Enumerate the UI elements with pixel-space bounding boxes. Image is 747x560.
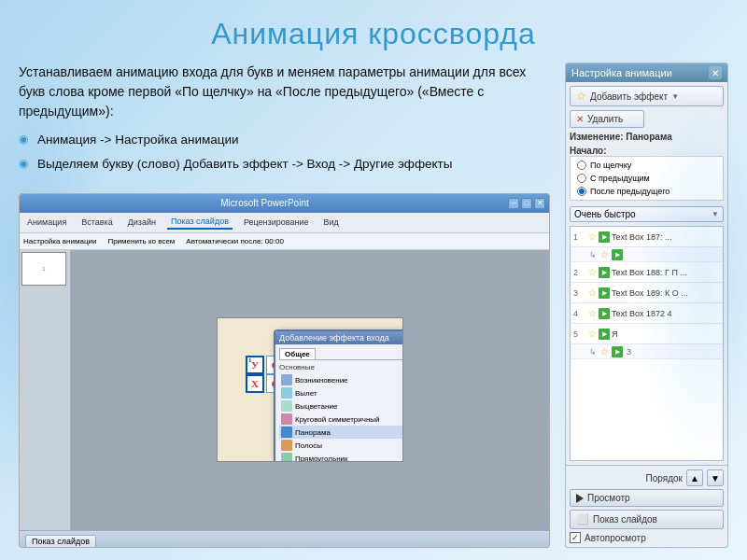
anim-item-icons-1: ☆ ▶ — [586, 231, 610, 243]
anim-footer: Порядок ▲ ▼ Просмотр ⬜ Показ слайдов ✓ А… — [566, 465, 727, 547]
anim-item-num-3: 3 — [573, 288, 585, 298]
dialog-item-text-1: Возникновение — [295, 376, 348, 385]
dialog-item-icon-5 — [281, 427, 292, 438]
anim-slides-icon: ⬜ — [576, 513, 589, 525]
anim-star-1: ☆ — [586, 231, 598, 243]
ppt-maximize-btn[interactable]: □ — [521, 198, 532, 209]
anim-panel-title: Настройка анимации — [571, 67, 672, 78]
bullet-list: Анимация -> Настройка анимации Выделяем … — [19, 131, 550, 180]
dialog-item-text-7: Прямоугольник — [295, 455, 348, 463]
ppt-tab-design[interactable]: Дизайн — [124, 216, 160, 229]
anim-order-down-btn[interactable]: ▼ — [707, 469, 724, 486]
anim-play-btn[interactable]: Просмотр — [570, 489, 724, 507]
ppt-minimize-btn[interactable]: ─ — [508, 198, 519, 209]
anim-autopreview-row: ✓ Автопросмотр — [570, 532, 724, 543]
ppt-toolbar-auto: Автоматически после: 00:00 — [186, 237, 284, 245]
anim-add-arrow-icon: ▼ — [671, 92, 679, 101]
ppt-titlebar: Microsoft PowerPoint ─ □ ✕ — [20, 194, 549, 213]
anim-item-icons-4: ☆ ▶ — [586, 308, 610, 319]
anim-star-3: ☆ — [586, 287, 598, 299]
bullet-item-1: Анимация -> Настройка анимации — [19, 131, 550, 149]
anim-item-num-4: 4 — [573, 309, 585, 318]
ppt-tab-view[interactable]: Вид — [319, 216, 342, 229]
anim-sub-star-2: ☆ — [599, 346, 610, 357]
anim-sub-green-1: ▶ — [612, 249, 623, 260]
anim-play-icon — [576, 494, 584, 503]
anim-slides-btn[interactable]: ⬜ Показ слайдов — [570, 510, 724, 529]
dialog-item-strips[interactable]: Полосы — [279, 439, 403, 452]
page-title: Анимация кроссворда — [0, 0, 747, 63]
ppt-tab-animation[interactable]: Анимация — [23, 216, 70, 229]
anim-item-num-5: 5 — [573, 329, 585, 339]
ppt-title-text: Microsoft PowerPoint — [23, 198, 506, 208]
anim-start-with-label: С предыдущим — [590, 174, 650, 183]
anim-item-icons-2: ☆ ▶ — [586, 267, 610, 278]
anim-item-text-5: Я — [612, 329, 618, 339]
anim-item-num-1: 1 — [573, 232, 585, 242]
dialog-item-text-3: Выцветание — [295, 402, 337, 411]
anim-panel-titlebar: Настройка анимации ✕ — [566, 63, 727, 82]
dialog-item-appear[interactable]: Возникновение — [279, 373, 403, 386]
ppt-slide-thumb-1[interactable]: 1 — [21, 252, 66, 286]
anim-radio-after[interactable] — [577, 187, 586, 196]
dialog-item-icon-1 — [281, 374, 292, 385]
ppt-tab-insert[interactable]: Вставка — [78, 216, 116, 229]
cw-num-1: 1 — [248, 357, 252, 364]
anim-sub-star-1: ☆ — [599, 249, 610, 260]
cw-cell-u: 1У — [246, 356, 264, 374]
anim-sub-num: 3 — [627, 347, 631, 357]
anim-slides-label: Показ слайдов — [593, 514, 657, 525]
left-panel: Устанавливаем анимацию входа для букв и … — [19, 63, 550, 548]
bullet-item-2: Выделяем букву (слово) Добавить эффект -… — [19, 155, 550, 174]
anim-order-label: Порядок — [646, 473, 683, 483]
ppt-toolbar-text: Настройка анимации — [23, 237, 96, 245]
ppt-slide: 3 К 1У О Ж Х 2 — [217, 317, 403, 462]
dialog-item-circular[interactable]: Круговой симметричный — [279, 413, 403, 426]
dialog-item-text-2: Вылет — [295, 389, 317, 398]
anim-delete-btn[interactable]: ✕ Удалить — [570, 110, 644, 128]
dialog-item-icon-2 — [281, 387, 292, 399]
ppt-ribbon: Анимация Вставка Дизайн Показ слайдов Ре… — [20, 213, 549, 233]
anim-start-click-label: По щелчку — [590, 161, 631, 170]
anim-green-3: ▶ — [599, 287, 610, 299]
dialog-item-text-5: Панорама — [295, 428, 331, 437]
anim-sub-green-2: ▶ — [612, 346, 623, 357]
anim-green-2: ▶ — [599, 267, 610, 278]
ppt-tab-review[interactable]: Рецензирование — [240, 216, 313, 229]
dialog-item-panorama[interactable]: Панорама — [279, 426, 403, 439]
dialog-item-icon-7 — [281, 453, 292, 462]
ppt-toolbar: Настройка анимации Применить ко всем Авт… — [20, 233, 549, 250]
anim-item-icons-3: ☆ ▶ — [586, 287, 610, 299]
ppt-dialog: Добавление эффекта входа ✕ Общее Основны… — [274, 329, 403, 462]
ppt-slide-show-btn[interactable]: Показ слайдов — [25, 535, 96, 548]
dialog-tab-general[interactable]: Общее — [279, 348, 316, 359]
anim-star-4: ☆ — [586, 308, 598, 319]
anim-panel-close-btn[interactable]: ✕ — [709, 66, 722, 79]
dialog-titlebar: Добавление эффекта входа ✕ — [275, 331, 403, 344]
ppt-tab-active[interactable]: Показ слайдов — [167, 215, 233, 230]
ppt-window: Microsoft PowerPoint ─ □ ✕ Анимация Вста… — [19, 193, 550, 549]
dialog-item-fly[interactable]: Вылет — [279, 386, 403, 399]
anim-item-num-2: 2 — [573, 268, 585, 277]
anim-radio-click[interactable] — [577, 161, 586, 170]
anim-sub-icon-1: ↳ — [589, 250, 597, 259]
dialog-item-rect[interactable]: Прямоугольник — [279, 452, 403, 462]
anim-green-1: ▶ — [599, 231, 610, 243]
anim-speed-label: Очень быстро — [574, 209, 636, 219]
anim-star-2: ☆ — [586, 267, 598, 278]
dialog-item-icon-6 — [281, 440, 292, 451]
anim-item-icons-5: ☆ ▶ — [586, 329, 610, 340]
anim-sub-icon-2: ↳ — [589, 347, 597, 357]
ppt-close-btn[interactable]: ✕ — [534, 198, 545, 209]
anim-radio-with[interactable] — [577, 174, 586, 183]
anim-autopreview-checkbox[interactable]: ✓ — [570, 532, 581, 543]
cw-cell-h: Х — [246, 374, 264, 393]
ppt-main-area: 3 К 1У О Ж Х 2 — [71, 250, 549, 531]
anim-green-4: ▶ — [599, 308, 610, 319]
ppt-bottom-toolbar: Показ слайдов — [20, 530, 549, 548]
ppt-body: 1 3 К 1У — [20, 250, 549, 531]
ppt-toolbar-apply: Применить ко всем — [107, 237, 175, 245]
anim-order-up-btn[interactable]: ▲ — [686, 469, 703, 486]
anim-add-btn-label: Добавить эффект — [590, 91, 668, 102]
dialog-item-fade[interactable]: Выцветание — [279, 399, 403, 413]
